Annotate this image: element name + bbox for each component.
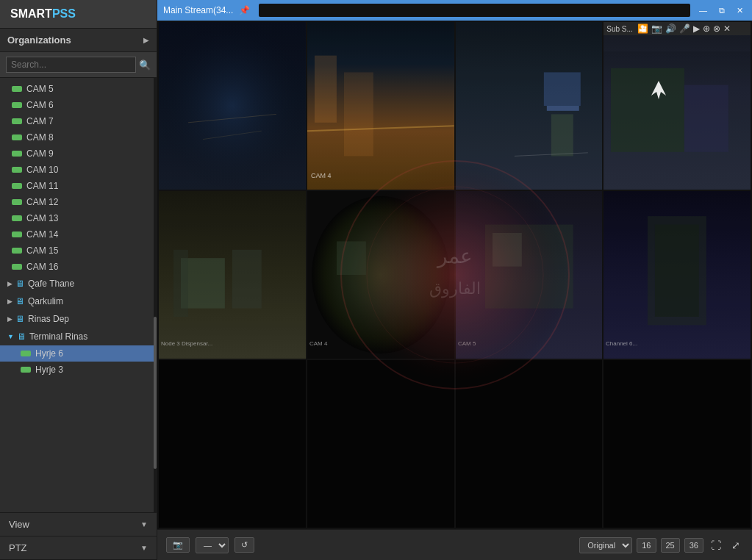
stream-dropdown[interactable]: —: [196, 537, 229, 553]
toolbar-right: Original 16 25 36 ⛶ ⤢: [579, 537, 743, 553]
cam-feed-1: [159, 22, 306, 190]
camera-icon: [12, 102, 22, 108]
app-header: SMART PSS: [0, 0, 157, 29]
group-item-rinas-dep[interactable]: ▶ 🖥 Rinas Dep: [0, 310, 157, 328]
view-item[interactable]: View ▼: [0, 513, 157, 536]
group-item-terminal-rinas[interactable]: ▼ 🖥 Terminal Rinas: [0, 328, 157, 345]
cam-item-cam12[interactable]: CAM 12: [0, 194, 157, 210]
cam-item-cam13[interactable]: CAM 13: [0, 210, 157, 226]
video-cell-4[interactable]: Sub S... 🎦 📷 🔊 🎤 ▶ ⊕ ⊗ ✕: [604, 22, 751, 190]
cam-feed-2: CAM 4: [307, 22, 454, 190]
svg-text:Node 3 Dispensar...: Node 3 Dispensar...: [161, 340, 212, 347]
group-folder-icon: 🖥: [17, 331, 26, 342]
video-cell-8[interactable]: Channel 6...: [604, 191, 751, 359]
cam-item-label: CAM 5: [26, 84, 54, 94]
sub-icon-play[interactable]: ▶: [693, 24, 700, 34]
grid-16-button[interactable]: 16: [637, 538, 656, 553]
sub-icon-close[interactable]: ✕: [723, 24, 731, 34]
cam-item-label: CAM 16: [26, 262, 58, 272]
svg-point-22: [312, 196, 450, 353]
minimize-button[interactable]: —: [696, 5, 710, 15]
view-arrow-icon: ▼: [140, 520, 148, 528]
scrollbar-track[interactable]: [154, 78, 157, 512]
cam-item-cam9[interactable]: CAM 9: [0, 146, 157, 162]
video-cell-2[interactable]: CAM 4: [307, 22, 454, 190]
snapshot-icon: 📷: [173, 540, 183, 550]
video-cell-10[interactable]: [307, 360, 454, 528]
expand-button[interactable]: ⤢: [728, 538, 743, 553]
sub-icon-zoom[interactable]: ⊕: [703, 24, 710, 34]
cam-feed-3: [456, 22, 603, 190]
cam-item-label: CAM 9: [26, 148, 54, 159]
restore-button[interactable]: ⧉: [716, 5, 728, 16]
pin-icon[interactable]: 📌: [239, 5, 250, 15]
app-title-smart: SMART: [10, 7, 52, 21]
svg-rect-4: [315, 56, 337, 123]
cam-item-hyrje6[interactable]: Hyrje 6: [0, 345, 157, 362]
video-cell-9[interactable]: [159, 360, 306, 528]
sub-icon-audio[interactable]: 🔊: [665, 24, 676, 34]
svg-rect-15: [684, 85, 728, 152]
view-label: View: [9, 519, 29, 530]
sub-stream-toolbar: Sub S... 🎦 📷 🔊 🎤 ▶ ⊕ ⊗ ✕: [604, 22, 751, 35]
video-cell-12[interactable]: [604, 360, 751, 528]
quality-dropdown[interactable]: Original: [579, 537, 632, 553]
sub-icon-record[interactable]: 🎦: [637, 24, 648, 34]
ptz-item[interactable]: PTZ ▼: [0, 536, 157, 560]
cam-item-label: Hyrje 6: [35, 348, 63, 359]
video-cell-7[interactable]: CAM 5: [456, 191, 603, 359]
sub-icon-mic[interactable]: 🎤: [679, 24, 690, 34]
video-cell-5[interactable]: Node 3 Dispensar...: [159, 191, 306, 359]
sub-icon-settings[interactable]: ⊗: [713, 24, 720, 34]
cam-item-cam11[interactable]: CAM 11: [0, 178, 157, 194]
video-header-title: Main Stream(34...: [163, 5, 233, 15]
group-item-qarkulim[interactable]: ▶ 🖥 Qarkulim: [0, 292, 157, 310]
cam-item-label: CAM 15: [26, 245, 58, 256]
cam-feed-4: [604, 37, 751, 190]
svg-rect-19: [232, 250, 262, 309]
camera-icon: [12, 231, 22, 237]
cam-item-cam16[interactable]: CAM 16: [0, 259, 157, 275]
sidebar-bottom: View ▼ PTZ ▼: [0, 512, 157, 560]
cam-item-cam14[interactable]: CAM 14: [0, 226, 157, 243]
cam-item-cam5[interactable]: CAM 5: [0, 81, 157, 97]
cam-feed-7: CAM 5: [456, 191, 603, 359]
search-icon[interactable]: 🔍: [139, 60, 151, 71]
scrollbar-thumb[interactable]: [154, 317, 157, 469]
video-cell-6[interactable]: CAM 4: [307, 191, 454, 359]
svg-rect-10: [546, 106, 579, 111]
camera-icon: [12, 248, 22, 254]
group-arrow-icon: ▶: [7, 298, 12, 305]
cam-item-cam8[interactable]: CAM 8: [0, 129, 157, 146]
grid-25-button[interactable]: 25: [661, 538, 680, 553]
cam-item-cam6[interactable]: CAM 6: [0, 97, 157, 113]
video-cell-3[interactable]: [456, 22, 603, 190]
camera-icon: [12, 118, 22, 124]
organizations-section[interactable]: Organizations ▶: [0, 29, 157, 52]
group-folder-icon: 🖥: [15, 314, 24, 324]
cam-item-cam15[interactable]: CAM 15: [0, 243, 157, 259]
snapshot-button[interactable]: 📷: [166, 537, 190, 553]
fullscreen-button[interactable]: ⛶: [708, 538, 724, 553]
refresh-button[interactable]: ↺: [234, 537, 254, 553]
svg-text:Channel 6...: Channel 6...: [606, 340, 637, 347]
cam-item-cam10[interactable]: CAM 10: [0, 162, 157, 178]
svg-text:CAM 4: CAM 4: [309, 340, 328, 347]
sub-icon-snapshot[interactable]: 📷: [651, 24, 662, 34]
video-grid: CAM 4: [157, 21, 752, 529]
video-cell-11[interactable]: [456, 360, 603, 528]
video-cell-1[interactable]: [159, 22, 306, 190]
camera-icon: [21, 367, 31, 373]
title-bar-obscured: [259, 4, 690, 17]
grid-36-button[interactable]: 36: [684, 538, 703, 553]
search-input[interactable]: [6, 57, 136, 73]
group-item-qafe-thane[interactable]: ▶ 🖥 Qafe Thane: [0, 275, 157, 292]
cam-item-cam7[interactable]: CAM 7: [0, 113, 157, 129]
group-label: Qafe Thane: [28, 279, 74, 289]
cam-item-hyrje3[interactable]: Hyrje 3: [0, 362, 157, 378]
svg-rect-11: [551, 114, 573, 156]
close-button[interactable]: ✕: [734, 5, 746, 16]
group-label: Qarkulim: [28, 296, 63, 306]
camera-icon: [12, 151, 22, 157]
svg-rect-0: [159, 22, 306, 190]
